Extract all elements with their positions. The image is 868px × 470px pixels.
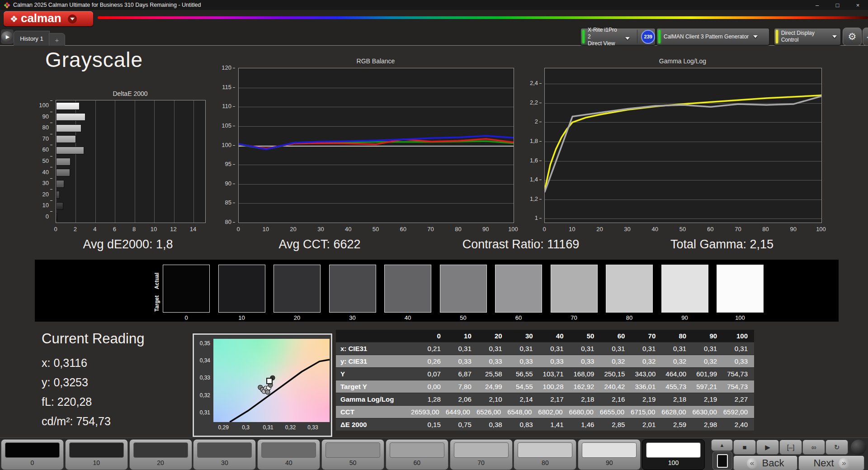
display-status-indicator (776, 30, 778, 43)
pattern-button-10[interactable]: 10 (65, 439, 128, 470)
tab-history-1[interactable]: History 1 (14, 31, 50, 46)
y-tick-label: 85 (215, 199, 231, 206)
table-cell: 240,42 (600, 380, 631, 393)
pattern-button-70[interactable]: 70 (450, 439, 513, 470)
refresh-button[interactable]: ↻ (826, 440, 848, 455)
continuous-button[interactable]: ∞ (802, 440, 825, 455)
table-cell: 0,33 (478, 355, 509, 367)
table-column-header: 0 (416, 330, 447, 342)
table-cell: 2,98 (693, 418, 723, 431)
pattern-button-80[interactable]: 80 (514, 439, 576, 470)
pattern-button-20[interactable]: 20 (129, 439, 192, 470)
x-tick-label: 50 (676, 226, 689, 233)
maximize-button[interactable]: □ (827, 0, 848, 10)
gamma-x-axis: 0102030405060708090100 (544, 225, 821, 232)
table-cell: 6655,00 (600, 406, 631, 418)
pattern-button-40[interactable]: 40 (257, 439, 320, 470)
series-target-gamma (545, 95, 821, 190)
session-play-button[interactable]: ▶ (1, 29, 14, 44)
deltae-bar-80 (56, 124, 81, 132)
pattern-label: 100 (642, 459, 704, 466)
y-tick (539, 122, 542, 122)
x-tick-label: 14 (188, 226, 198, 233)
rgb-x-axis: 0102030405060708090100 (238, 225, 513, 232)
y-tick (50, 123, 52, 123)
pattern-patch (261, 442, 316, 458)
table-cell: 2,16 (600, 393, 631, 405)
pattern-patch (197, 442, 252, 458)
stop-button[interactable]: ■ (733, 440, 756, 455)
play-icon: ▶ (765, 443, 770, 451)
chevron-down-icon (625, 37, 630, 40)
table-column-header: 100 (723, 330, 754, 342)
table-cell: 2,17 (539, 393, 570, 405)
next-button[interactable]: Next » (798, 456, 864, 470)
pattern-label: 80 (514, 459, 576, 466)
table-cell: 0,31 (539, 342, 570, 355)
pattern-size-button[interactable]: [–] (779, 440, 802, 455)
cie-x-tick-label: 0,31 (260, 424, 276, 431)
close-button[interactable]: × (848, 0, 868, 10)
cie-x-tick-label: 0,33 (305, 424, 321, 431)
table-row: y: CIE310,260,330,330,330,330,330,320,32… (336, 355, 754, 368)
table-cell: 56,55 (509, 368, 539, 380)
minimize-button[interactable]: – (807, 0, 827, 10)
display-control-dropdown[interactable]: Direct Display Control (774, 28, 841, 45)
add-tab-button[interactable]: + (49, 33, 65, 47)
pattern-button-0[interactable]: 0 (1, 439, 64, 470)
table-cell: 0,32 (631, 355, 662, 367)
swatch-90 (661, 265, 708, 313)
meter-dropdown[interactable]: X-Rite i1Pro 2 Direct View 239 (580, 28, 656, 45)
x-tick-label: 70 (731, 226, 745, 233)
pattern-generator-name: CalMAN Client 3 Pattern Generator (664, 33, 749, 40)
table-cell: 0,07 (416, 368, 447, 380)
y-tick-label: 40 (31, 169, 49, 176)
pattern-window-button[interactable] (712, 451, 732, 470)
x-tick-label: 90 (787, 226, 800, 233)
y-tick (50, 134, 52, 134)
table-cell: 6802,00 (538, 406, 569, 418)
pattern-label: 20 (130, 459, 192, 466)
y-tick (539, 161, 542, 161)
settings-button[interactable]: ⚙ (843, 28, 862, 46)
current-reading-title: Current Reading (42, 331, 144, 347)
pattern-generator-dropdown[interactable]: CalMAN Client 3 Pattern Generator (656, 28, 769, 45)
spectrum-bar (98, 16, 868, 19)
collapse-panel-button[interactable]: ◀ (863, 28, 868, 46)
pattern-label: 10 (66, 459, 127, 466)
pattern-button-50[interactable]: 50 (321, 439, 384, 470)
summary-stat-2: Contrast Ratio: 11169 (462, 237, 580, 252)
reading-fl: fL: 220,28 (42, 395, 92, 408)
rgb-balance-chart-title: RGB Balance (238, 57, 513, 65)
pattern-label: 90 (578, 459, 640, 466)
pattern-button-90[interactable]: 90 (578, 439, 641, 470)
summary-stat-1: Avg CCT: 6622 (278, 237, 360, 252)
back-button[interactable]: « Back (733, 456, 797, 470)
row-label: ΔE 2000 (336, 418, 416, 431)
reading-cdm2: cd/m²: 754,73 (42, 415, 111, 428)
meter-count-badge[interactable]: 239 (641, 30, 655, 44)
gridline (115, 100, 115, 223)
table-cell: 754,73 (723, 380, 754, 393)
play-button[interactable]: ▶ (756, 440, 779, 455)
deltae-chart (56, 100, 206, 223)
pattern-bar-expand-button[interactable]: ▲ (711, 439, 733, 451)
pattern-button-30[interactable]: 30 (193, 439, 256, 470)
pattern-button-100[interactable]: 100 (642, 439, 705, 470)
table-cell: 6548,00 (507, 406, 538, 418)
deltae-bar-20 (56, 191, 60, 199)
brand-text: calman (21, 12, 61, 24)
pattern-label: 70 (450, 459, 512, 466)
calman-menu-button[interactable]: ❖ calman (4, 11, 93, 26)
table-cell: 0,33 (447, 355, 478, 367)
pattern-label: 30 (193, 459, 255, 466)
pattern-button-60[interactable]: 60 (386, 439, 448, 470)
pattern-patch (133, 442, 188, 458)
grayscale-swatch-strip: ActualTarget0102030405060708090100 (35, 260, 839, 322)
divider (637, 30, 637, 43)
swatch-label: 50 (440, 314, 487, 321)
y-tick (233, 145, 235, 146)
pattern-window-icon (717, 454, 728, 468)
table-cell: 0,38 (478, 418, 509, 431)
swatch-50 (440, 265, 487, 313)
